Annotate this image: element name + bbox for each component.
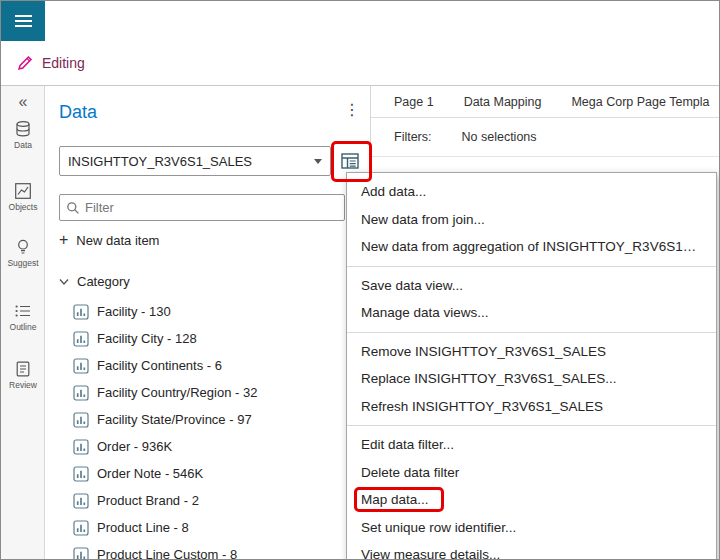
data-item-label: Facility Continents - 6 [97,358,222,373]
data-source-select[interactable]: INSIGHTTOY_R3V6S1_SALES [59,146,331,176]
sidebar-item-label: Data [14,140,32,150]
bar-chart-icon [73,358,89,374]
menu-separator [347,332,716,333]
sidebar-item-label: Review [9,380,37,390]
data-panel: Data ⋮ INSIGHTTOY_R3V6S1_SALES [45,86,371,560]
tab-data-mapping[interactable]: Data Mapping [464,95,542,109]
sidebar-item-objects[interactable]: Objects [1,182,45,212]
list-item[interactable]: Product Line - 8 [73,514,363,541]
bar-chart-icon [73,385,89,401]
sidebar-item-data[interactable]: Data [1,120,45,150]
menu-separator [347,266,716,267]
app-menu-button[interactable] [1,1,45,41]
collapse-panel-button[interactable]: « [1,94,45,110]
bar-chart-icon [73,412,89,428]
data-source-menu: Add data... New data from join... New da… [346,172,717,560]
data-item-label: Facility State/Province - 97 [97,412,252,427]
data-item-label: Product Line - 8 [97,520,189,535]
data-item-label: Facility City - 128 [97,331,197,346]
menu-item-add-data[interactable]: Add data... [347,178,716,206]
category-group-header[interactable]: Category [59,274,130,289]
app-window: Editing « Data Objects [0,0,720,560]
bar-chart-icon [73,493,89,509]
data-options-button[interactable] [337,147,365,175]
filter-field [59,194,345,221]
bar-chart-icon [73,331,89,347]
list-item[interactable]: Order Note - 546K [73,460,363,487]
review-document-icon [14,360,32,378]
panel-kebab-menu-button[interactable]: ⋮ [344,100,360,120]
list-item[interactable]: Product Line Custom - 8 [73,541,363,560]
menu-item-delete-data-filter[interactable]: Delete data filter [347,459,716,487]
editing-bar: Editing [1,41,720,86]
tab-mega-corp-page-template[interactable]: Mega Corp Page Templa [571,95,709,109]
hamburger-icon [15,15,32,17]
bar-chart-icon [73,304,89,320]
sidebar-item-label: Suggest [7,258,38,268]
filters-value: No selections [462,130,537,144]
menu-item-remove-data[interactable]: Remove INSIGHTTOY_R3V6S1_SALES [347,338,716,366]
data-source-value: INSIGHTTOY_R3V6S1_SALES [68,154,252,169]
chevron-down-icon [314,159,322,164]
list-item[interactable]: Facility Country/Region - 32 [73,379,363,406]
sidebar-item-label: Outline [10,322,37,332]
menu-item-map-data[interactable]: Map data... [347,486,716,514]
list-item[interactable]: Product Brand - 2 [73,487,363,514]
database-icon [14,120,32,138]
page-title: Data [59,102,97,123]
data-item-label: Product Line Custom - 8 [97,547,237,560]
outline-list-icon [14,302,32,320]
lightbulb-icon [14,238,32,256]
menu-item-save-data-view[interactable]: Save data view... [347,272,716,300]
data-item-label: Facility - 130 [97,304,171,319]
filter-input[interactable] [85,200,338,215]
data-item-label: Order - 936K [97,439,172,454]
menu-item-refresh-data[interactable]: Refresh INSIGHTTOY_R3V6S1_SALES [347,393,716,421]
menu-item-edit-data-filter[interactable]: Edit data filter... [347,431,716,459]
menu-item-new-data-from-aggregation[interactable]: New data from aggregation of INSIGHTTOY_… [347,233,716,261]
data-options-icon [339,150,363,172]
data-item-label: Facility Country/Region - 32 [97,385,257,400]
list-item[interactable]: Facility State/Province - 97 [73,406,363,433]
bar-chart-icon [73,466,89,482]
editing-label: Editing [42,55,85,71]
bar-chart-icon [73,520,89,536]
sidebar-item-review[interactable]: Review [1,360,45,390]
menu-item-replace-data[interactable]: Replace INSIGHTTOY_R3V6S1_SALES... [347,365,716,393]
data-item-label: Product Brand - 2 [97,493,199,508]
chart-objects-icon [14,182,32,200]
sidebar-item-label: Objects [9,202,38,212]
data-item-list: Facility - 130 Facility City - 128 Facil… [73,298,363,560]
sidebar-item-suggest[interactable]: Suggest [1,238,45,268]
page-tab-bar: Page 1 Data Mapping Mega Corp Page Templ… [371,86,720,118]
plus-icon: + [59,232,68,248]
tab-page-1[interactable]: Page 1 [394,95,434,109]
list-item[interactable]: Order - 936K [73,433,363,460]
menu-item-manage-data-views[interactable]: Manage data views... [347,299,716,327]
list-item[interactable]: Facility - 130 [73,298,363,325]
filters-bar: Filters: No selections [371,118,720,157]
list-item[interactable]: Facility City - 128 [73,325,363,352]
search-icon [66,201,80,215]
menu-item-view-measure-details[interactable]: View measure details... [347,541,716,560]
data-item-label: Order Note - 546K [97,466,203,481]
chevron-down-icon [59,278,69,286]
pencil-icon [17,55,33,71]
bar-chart-icon [73,547,89,560]
list-item[interactable]: Facility Continents - 6 [73,352,363,379]
left-rail: « Data Objects [1,86,45,560]
bar-chart-icon [73,439,89,455]
menu-item-set-unique-row-identifier[interactable]: Set unique row identifier... [347,514,716,542]
sidebar-item-outline[interactable]: Outline [1,302,45,332]
menu-item-new-data-from-join[interactable]: New data from join... [347,206,716,234]
new-data-item-button[interactable]: + New data item [59,232,159,248]
menu-separator [347,425,716,426]
filters-label: Filters: [394,130,432,144]
